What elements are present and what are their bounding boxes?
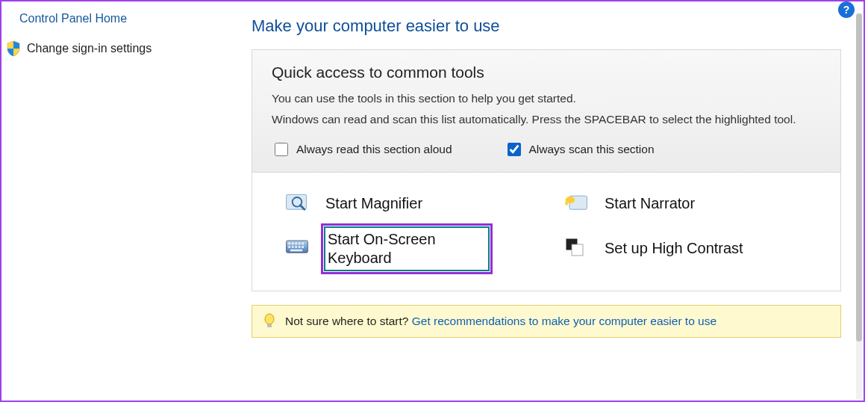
scrollbar-thumb[interactable] — [856, 13, 862, 341]
narrator-icon — [561, 189, 591, 219]
quick-access-desc1: You can use the tools in this section to… — [272, 90, 821, 107]
quick-access-header: Quick access to common tools You can use… — [252, 50, 840, 173]
recommendations-link[interactable]: Get recommendations to make your compute… — [412, 315, 716, 327]
magnifier-icon — [282, 189, 312, 219]
hint-prefix: Not sure where to start? — [285, 315, 412, 327]
scan-label[interactable]: Always scan this section — [529, 143, 655, 156]
recommendations-bar: Not sure where to start? Get recommendat… — [252, 305, 841, 338]
svg-rect-8 — [295, 243, 297, 245]
svg-rect-14 — [299, 247, 301, 249]
svg-rect-6 — [288, 243, 290, 245]
control-panel-window: ? Control Panel Home Change sign-in sett… — [0, 0, 865, 402]
svg-rect-12 — [292, 247, 294, 249]
content-area: Make your computer easier to use Quick a… — [252, 1, 864, 401]
scrollbar[interactable] — [856, 13, 862, 399]
setup-high-contrast-label: Set up High Contrast — [605, 240, 743, 257]
lightbulb-icon — [263, 313, 276, 330]
quick-access-desc2: Windows can read and scan this list auto… — [272, 111, 821, 128]
scan-checkbox[interactable] — [508, 143, 521, 156]
quick-access-heading: Quick access to common tools — [272, 64, 821, 81]
high-contrast-icon — [561, 234, 591, 264]
svg-point-19 — [265, 314, 274, 324]
setup-high-contrast-button[interactable]: Set up High Contrast — [561, 223, 811, 274]
keyboard-icon — [282, 234, 312, 263]
start-osk-button[interactable]: Start On-Screen Keyboard — [321, 223, 493, 274]
svg-rect-20 — [267, 324, 272, 327]
svg-rect-13 — [295, 247, 297, 249]
svg-rect-15 — [302, 247, 304, 249]
svg-rect-9 — [299, 243, 301, 245]
hint-text: Not sure where to start? Get recommendat… — [285, 315, 716, 328]
read-aloud-checkbox-row: Always read this section aloud — [272, 140, 452, 158]
svg-rect-18 — [572, 244, 583, 256]
svg-rect-16 — [290, 250, 302, 252]
shield-icon — [6, 40, 21, 57]
read-aloud-checkbox[interactable] — [275, 143, 288, 156]
svg-rect-10 — [302, 243, 304, 245]
start-narrator-button[interactable]: Start Narrator — [561, 189, 811, 219]
help-icon[interactable]: ? — [838, 1, 855, 18]
control-panel-home-link[interactable]: Control Panel Home — [19, 12, 234, 25]
change-signin-settings-link[interactable]: Change sign-in settings — [19, 40, 234, 57]
start-narrator-label: Start Narrator — [605, 195, 695, 212]
change-signin-label: Change sign-in settings — [27, 42, 152, 55]
start-magnifier-label: Start Magnifier — [325, 195, 422, 212]
sidebar: Control Panel Home Change sign-in settin… — [1, 1, 252, 401]
start-magnifier-button[interactable]: Start Magnifier — [282, 189, 531, 219]
svg-rect-11 — [288, 247, 290, 249]
page-title: Make your computer easier to use — [252, 16, 841, 36]
tools-grid: Start Magnifier Start Narrator — [252, 173, 840, 291]
svg-rect-7 — [292, 243, 294, 245]
scan-checkbox-row: Always scan this section — [505, 140, 655, 158]
start-osk-label: Start On-Screen Keyboard — [328, 230, 475, 268]
read-aloud-label[interactable]: Always read this section aloud — [296, 143, 452, 156]
quick-access-panel: Quick access to common tools You can use… — [252, 49, 841, 291]
